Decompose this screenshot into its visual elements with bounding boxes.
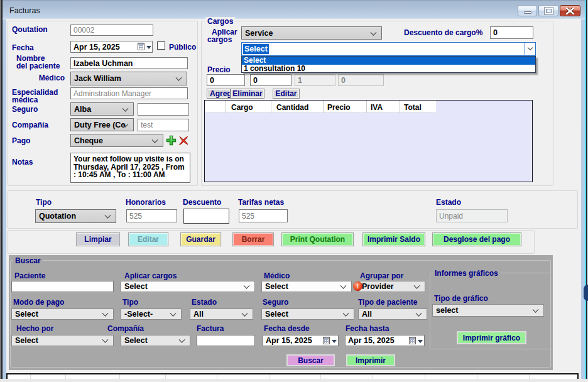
estado-field[interactable]: Unpaid bbox=[436, 209, 508, 222]
col-header-cargo[interactable]: Cargo bbox=[231, 103, 253, 112]
factura-field[interactable] bbox=[197, 335, 255, 346]
delete-payment-icon[interactable] bbox=[178, 135, 189, 146]
fecha-desde-arrow-icon[interactable] bbox=[332, 340, 337, 343]
compania-combo[interactable]: Duty Free (Co bbox=[70, 118, 134, 131]
grid-column-separator bbox=[65, 374, 66, 379]
compania-extra-field[interactable]: test bbox=[138, 119, 189, 131]
add-payment-icon[interactable] bbox=[166, 135, 177, 146]
background-blob bbox=[584, 285, 588, 301]
fecha-desde-calendar-icon[interactable] bbox=[323, 337, 330, 344]
buscar-button[interactable]: Buscar bbox=[286, 354, 335, 366]
precio-field-4[interactable]: 0 bbox=[338, 74, 384, 86]
editar-button[interactable]: Editar bbox=[128, 232, 168, 246]
especialidad-field[interactable]: Adminstration Manager bbox=[70, 87, 188, 99]
pago-combo[interactable]: Cheque bbox=[70, 134, 163, 147]
quotation-label: Qoutation bbox=[12, 25, 48, 34]
maximize-button[interactable] bbox=[538, 5, 558, 16]
agrupar-combo[interactable]: Provider bbox=[358, 281, 425, 292]
fecha-hasta-picker[interactable]: Apr 15, 2025 bbox=[345, 335, 425, 346]
grid-column-separator bbox=[320, 374, 321, 379]
grid-column-separator bbox=[269, 374, 270, 379]
precio-field-1[interactable]: 0 bbox=[207, 74, 245, 86]
print-qoutation-button[interactable]: Print Qoutation bbox=[281, 232, 354, 246]
results-grid[interactable] bbox=[6, 373, 579, 379]
fecha-datepicker[interactable]: Apr 15, 2025 bbox=[70, 41, 153, 53]
notas-field[interactable]: Your next follow up visite is on Thursda… bbox=[70, 153, 190, 183]
agregar-button[interactable]: Agregar bbox=[207, 89, 231, 99]
seguro-extra-field[interactable] bbox=[138, 103, 189, 116]
cargos-group-title: Cargos bbox=[205, 17, 235, 26]
col-header-iva[interactable]: IVA bbox=[371, 103, 383, 112]
window-title: Facturas bbox=[9, 6, 40, 15]
buscar-tipo-label: Tipo bbox=[122, 298, 138, 307]
medico-combo[interactable]: Jack William bbox=[70, 72, 187, 85]
fecha-desde-picker[interactable]: Apr 15, 2025 bbox=[263, 335, 339, 346]
charges-table[interactable]: Cargo Cantidad Precio IVA Total bbox=[204, 100, 533, 182]
buscar-aplicar-combo[interactable]: Select bbox=[121, 281, 255, 292]
imprimir-button[interactable]: Imprimir bbox=[346, 354, 395, 366]
charge-combo-arrow-button[interactable] bbox=[525, 43, 535, 55]
precio-field-2[interactable]: 0 bbox=[250, 74, 291, 86]
buscar-group-title: Buscar bbox=[13, 256, 43, 265]
limpiar-button[interactable]: Limpiar bbox=[76, 232, 120, 246]
honorarios-field[interactable]: 525 bbox=[126, 209, 177, 222]
buscar-tipo-combo[interactable]: -Select- bbox=[121, 308, 182, 320]
descuento-label: Descuento bbox=[183, 198, 221, 207]
fecha-hasta-calendar-icon[interactable] bbox=[409, 337, 416, 344]
datepicker-dropdown-icon[interactable] bbox=[146, 46, 151, 49]
buscar-seguro-label: Seguro bbox=[263, 298, 288, 307]
tarifas-field[interactable]: 525 bbox=[239, 209, 288, 222]
seguro-combo[interactable]: Alba bbox=[70, 102, 134, 116]
editar-small-button[interactable]: Editar bbox=[273, 89, 300, 99]
precio-label: Precio bbox=[207, 65, 231, 74]
informes-group-title: Informes gráficos bbox=[433, 269, 500, 278]
eliminar-button[interactable]: Eliminar bbox=[231, 89, 264, 99]
hecho-por-combo[interactable]: Select bbox=[11, 335, 114, 346]
grid-column-separator bbox=[30, 374, 31, 379]
descuento-field[interactable] bbox=[183, 209, 229, 224]
col-header-total[interactable]: Total bbox=[404, 103, 422, 112]
tipo-label: Tipo bbox=[36, 198, 52, 207]
minimize-button[interactable] bbox=[518, 5, 537, 16]
buscar-estado-combo[interactable]: All bbox=[190, 308, 253, 320]
fecha-hasta-arrow-icon[interactable] bbox=[418, 340, 423, 343]
close-button[interactable] bbox=[560, 5, 580, 16]
buscar-seguro-combo[interactable]: Select bbox=[261, 308, 354, 320]
grid-column-separator bbox=[529, 374, 530, 379]
imprimir-grafico-button[interactable]: Imprimir gráfico bbox=[457, 331, 526, 344]
title-bar[interactable]: Facturas bbox=[3, 0, 585, 19]
tipo-grafico-combo[interactable]: select bbox=[432, 304, 544, 317]
descuento-cargo-field[interactable]: 0 bbox=[490, 26, 533, 39]
borrar-button[interactable]: Borrar bbox=[232, 232, 274, 246]
tipo-paciente-label: Tipo de paciente bbox=[358, 298, 417, 307]
grid-column-separator bbox=[477, 374, 477, 379]
charge-combo-open[interactable]: Select bbox=[241, 42, 536, 56]
tipo-combo[interactable]: Quotation bbox=[35, 209, 116, 223]
guardar-button[interactable]: Guardar bbox=[180, 232, 221, 246]
modo-pago-combo[interactable]: Select bbox=[11, 308, 114, 320]
nombre-field[interactable]: Izabela Uchman bbox=[70, 57, 188, 69]
paciente-field[interactable] bbox=[11, 281, 114, 292]
calendar-icon[interactable] bbox=[138, 43, 144, 50]
desglose-button[interactable]: Desglose del pago bbox=[432, 232, 521, 246]
publico-checkbox[interactable] bbox=[157, 41, 165, 50]
imprimir-saldo-button[interactable]: Imprimir Saldo bbox=[362, 232, 425, 246]
nombre-label-line2: del paciente bbox=[16, 62, 60, 70]
error-icon: ! bbox=[353, 281, 362, 291]
grid-column-separator bbox=[165, 374, 166, 379]
precio-field-3[interactable]: 1 bbox=[295, 74, 335, 86]
descuento-cargo-label: Descuento de cargo% bbox=[404, 28, 482, 37]
buscar-medico-combo[interactable]: Select bbox=[261, 281, 352, 292]
buscar-aplicar-label: Aplicar cargos bbox=[124, 271, 177, 280]
dropdown-item-consultation[interactable]: 1 consultation 10 bbox=[242, 65, 535, 73]
buscar-compania-label: Compañía bbox=[107, 324, 144, 333]
factura-label: Factura bbox=[197, 324, 224, 333]
service-combo[interactable]: Service bbox=[241, 26, 382, 40]
buscar-compania-combo[interactable]: Select bbox=[121, 335, 190, 346]
compania-label: Compañía bbox=[12, 121, 48, 129]
col-header-cantidad[interactable]: Cantidad bbox=[276, 103, 308, 112]
col-header-precio[interactable]: Precio bbox=[327, 103, 351, 112]
tipo-paciente-combo[interactable]: All bbox=[358, 308, 427, 320]
quotation-field[interactable]: 00002 bbox=[70, 25, 153, 36]
hecho-por-label: Hecho por bbox=[16, 324, 53, 333]
